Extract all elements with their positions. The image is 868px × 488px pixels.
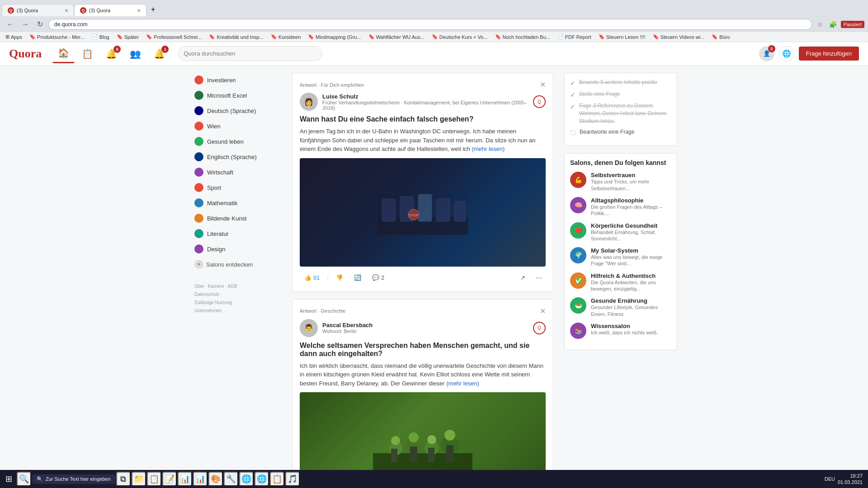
close-button-2[interactable]: ✕ — [540, 307, 546, 315]
sidebar-item-wirtschaft[interactable]: Wirtschaft — [191, 165, 281, 179]
author-name-2[interactable]: Pascal Ebersbach — [322, 322, 528, 328]
bookmark-pdf[interactable]: 📄 PDF Report — [556, 33, 593, 41]
upvote-button-1[interactable]: 👍 81 — [300, 272, 324, 284]
taskview-button[interactable]: ⧉ — [116, 472, 131, 486]
taskbar-icon-6[interactable]: 🔧 — [224, 472, 238, 486]
tab-bar: Q (3) Quora ✕ Q (3) Quora ✕ + — [0, 0, 868, 16]
sidebar-item-wien[interactable]: Wien — [191, 119, 281, 133]
address-bar[interactable]: de.quora.com — [48, 19, 812, 30]
sidebar-item-investieren[interactable]: Investieren — [191, 73, 281, 87]
downvote-icon-1: 👎 — [336, 274, 343, 281]
bookmark-wahlfaecher[interactable]: 🔖 Wahlfächer WU Aus... — [367, 33, 426, 41]
new-tab-button[interactable]: + — [146, 3, 160, 16]
taskbar-search-button[interactable]: 🔍 — [17, 472, 31, 486]
bookmark-mindmapping[interactable]: 🔖 Mindmapping (Gru... — [306, 33, 363, 41]
footer-uber[interactable]: Über — [194, 284, 204, 289]
more-button-1[interactable]: ··· — [532, 271, 546, 284]
forward-button[interactable]: → — [19, 19, 32, 30]
start-button[interactable]: ⊞ — [2, 472, 16, 486]
taskbar-icon-9[interactable]: 📋 — [270, 472, 284, 486]
sidebar-item-sport[interactable]: Sport — [191, 180, 281, 195]
bookmark-steuern-lesen[interactable]: 🔖 Steuern Lesen !!!! — [597, 33, 647, 41]
tab-1[interactable]: Q (3) Quora ✕ — [2, 4, 74, 16]
bookmark-blog[interactable]: 📄 Blog — [90, 33, 111, 41]
nav-feed[interactable]: 📋 — [76, 45, 99, 63]
nav-notifications[interactable]: 🔔 5 — [100, 45, 123, 63]
read-more-1[interactable]: (mehr lesen) — [472, 145, 505, 152]
salon-koerperliche-gesundheit[interactable]: ❤️ Körperliche Gesundheit Behandelt Ernä… — [570, 222, 671, 242]
comment-button-1[interactable]: 💬 2 — [368, 272, 389, 284]
footer-karriere[interactable]: Karriere — [208, 284, 224, 289]
bookmark-professionell[interactable]: 🔖 Professionell Schrei... — [144, 33, 203, 41]
nav-home[interactable]: 🏠 — [52, 44, 75, 63]
bookmark-spaeter[interactable]: 🔖 Später — [115, 33, 141, 41]
bookmark-hochladen[interactable]: 🔖 Noch hochladen Bu... — [493, 33, 552, 41]
downvote-button-1[interactable]: 👎 — [331, 272, 348, 284]
credentials-icon-1[interactable]: Q — [533, 95, 546, 108]
sidebar-item-excel[interactable]: Microsoft Excel — [191, 88, 281, 103]
sidebar-item-deutsch[interactable]: Deutsch (Sprache) — [191, 103, 281, 118]
share-button-1[interactable]: ↗ — [516, 272, 530, 284]
back-button[interactable]: ← — [4, 19, 16, 30]
nav-spaces[interactable]: 👥 — [124, 45, 146, 63]
reshare-button-1[interactable]: 🔄 — [349, 272, 366, 284]
bookmark-apps[interactable]: ⊞ Apps — [4, 33, 24, 41]
explorer-button[interactable]: 📁 — [132, 472, 146, 486]
search-bar[interactable] — [178, 46, 322, 61]
nav-alerts[interactable]: 🔔 1 — [148, 45, 170, 63]
quora-logo[interactable]: Quora — [9, 47, 42, 61]
credentials-icon-2[interactable]: Q — [533, 322, 546, 334]
taskbar-icon-10[interactable]: 🎵 — [285, 472, 300, 486]
sidebar-salons-link[interactable]: + Salons entdecken — [191, 257, 281, 272]
salon-gesunde-ernaehrung[interactable]: 🥗 Gesunde Ernährung Gesunder Lifestyle, … — [570, 297, 671, 317]
sidebar-item-gesund[interactable]: Gesund leben — [191, 134, 281, 149]
close-button-1[interactable]: ✕ — [540, 80, 546, 89]
footer-zulassige[interactable]: Zulässige Nutzung — [194, 300, 232, 305]
add-question-button[interactable]: Frage hinzufügen — [799, 47, 859, 61]
task-text-3: Füge 3 Referenzen zu Deinem Wohnort, Dei… — [579, 102, 671, 125]
task-text-4: Beantworte eine Frage — [580, 128, 634, 136]
taskbar-icon-4[interactable]: 📊 — [193, 472, 208, 486]
sidebar-item-literatur[interactable]: Literatur — [191, 226, 281, 241]
footer-unternehmen[interactable]: Unternehmen — [194, 308, 222, 313]
bookmark-buero[interactable]: 🔖 Büro — [710, 33, 731, 41]
taskbar-icon-7[interactable]: 🌐 — [239, 472, 254, 486]
sidebar-item-bildende-kunst[interactable]: Bildende Kunst — [191, 211, 281, 225]
salon-alltagsphilosophie[interactable]: 🧠 Alltagsphilosophie Die großen Fragen d… — [570, 197, 671, 217]
answer-title-1[interactable]: Wann hast Du eine Sache einfach falsch g… — [300, 115, 546, 123]
sidebar-item-mathematik[interactable]: Mathematik — [191, 196, 281, 210]
tab-close-2[interactable]: ✕ — [137, 8, 141, 13]
taskbar-icon-8[interactable]: 🌐 — [255, 472, 269, 486]
bookmark-deutsche-kurs[interactable]: 🔖 Deutsche Kurs + Vo... — [430, 33, 490, 41]
sidebar-item-design[interactable]: Design — [191, 242, 281, 256]
user-avatar[interactable]: 👤 2 — [759, 46, 774, 61]
extensions-button[interactable]: 🧩 — [827, 20, 839, 29]
header-right: 👤 2 🌐 Frage hinzufügen — [759, 46, 859, 61]
bookmark-star[interactable]: ☆ — [815, 20, 825, 29]
salon-selbstvertrauen[interactable]: 💪 Selbstvertrauen Tipps und Tricks, um m… — [570, 172, 671, 192]
sidebar-item-englisch[interactable]: Englisch (Sprache) — [191, 150, 281, 164]
author-name-1[interactable]: Luise Schulz — [322, 93, 528, 100]
answer-title-2[interactable]: Welche seltsamen Versprechen haben Mensc… — [300, 342, 546, 358]
reload-button[interactable]: ↻ — [34, 18, 46, 30]
taskbar-icon-1[interactable]: 📋 — [147, 472, 161, 486]
salon-solar-system[interactable]: 🌍 My Solar-System Alles was uns bewegt, … — [570, 247, 671, 267]
read-more-2[interactable]: (mehr lesen) — [446, 380, 479, 387]
salon-wissenssalon[interactable]: 📚 Wissenssalon Ich weiß, dass ich nichts… — [570, 323, 671, 339]
taskbar-icon-2[interactable]: 📝 — [162, 472, 177, 486]
bookmark-kreativitaet[interactable]: 🔖 Kreativität und Insp... — [207, 33, 265, 41]
footer-datenschutz[interactable]: Datenschutz — [194, 292, 220, 297]
tab-2[interactable]: Q (3) Quora ✕ — [74, 4, 146, 16]
bookmark-produktsuche[interactable]: 🔖 Produktsuche - Mer... — [28, 33, 86, 41]
taskbar-search-bar[interactable]: 🔍 Zur Suche Text hier eingeben — [32, 474, 115, 484]
taskbar-icon-3[interactable]: 📊 — [178, 472, 192, 486]
bookmark-kursideen[interactable]: 🔖 Kursideen — [269, 33, 303, 41]
search-input[interactable] — [178, 46, 322, 61]
language-button[interactable]: 🌐 — [779, 46, 794, 61]
bookmark-steuern-videos[interactable]: 🔖 Steuern Videos wi... — [651, 33, 707, 41]
taskbar-icon-5[interactable]: 🎨 — [208, 472, 223, 486]
tab-close-1[interactable]: ✕ — [65, 8, 68, 13]
salon-hilfreich[interactable]: ✅ Hilfreich & Authentisch Die Quora Antw… — [570, 272, 671, 292]
profile-button[interactable]: Pausiert — [841, 21, 864, 28]
footer-agb[interactable]: AGB — [227, 284, 237, 289]
